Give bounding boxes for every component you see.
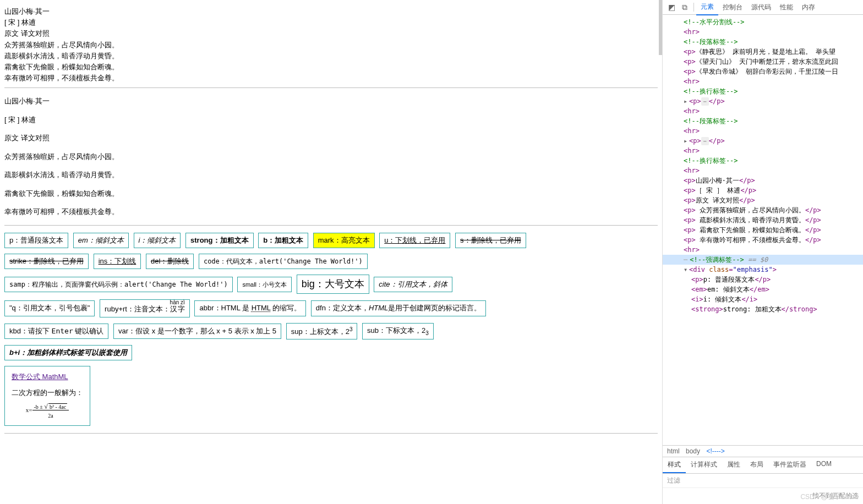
- tag-big: big：大号文本: [297, 275, 369, 294]
- styles-tabs: 样式 计算样式 属性 布局 事件监听器 DOM: [663, 457, 863, 474]
- tag-s: s：删除线，已弃用: [455, 233, 526, 248]
- devtools-toolbar: ◩ ⧉ 元素 控制台 源代码 性能 内存: [663, 0, 863, 15]
- stab-computed[interactable]: 计算样式: [686, 457, 722, 473]
- tag-code: code：代码文本，alert('Change The World!'): [199, 254, 368, 269]
- tag-dfn: dfn：定义文本，HTML是用于创建网页的标记语言。: [311, 300, 486, 316]
- tag-u: u：下划线，已弃用: [379, 233, 450, 248]
- poem-line: 幸有微吟可相狎，不须檀板共金尊。: [4, 73, 658, 83]
- poem-block-2: 山园小梅·其一 [ 宋 ] 林逋 原文 译文对照 众芳摇落独暄妍，占尽风情向小园…: [4, 96, 658, 217]
- poem-title: 山园小梅·其一: [4, 7, 658, 17]
- math-formula: x=-b ± √b² - 4ac2a: [12, 402, 83, 420]
- tag-b: b：加粗文本: [258, 233, 308, 248]
- emphasis-section: p：普通段落文本 em：倾斜文本 i：倾斜文本 strong：加粗文本 b：加粗…: [4, 230, 658, 429]
- crumb-html[interactable]: html: [667, 447, 680, 455]
- tag-p: p：普通段落文本: [4, 233, 68, 248]
- divider: [4, 87, 658, 88]
- crumb-comment[interactable]: <!---->: [706, 447, 724, 455]
- filter-input[interactable]: 过滤: [663, 474, 863, 488]
- divider: [4, 433, 658, 434]
- tab-elements[interactable]: 元素: [696, 0, 718, 15]
- tag-ruby: ruby+rt：注音文本：汉字hàn zì: [100, 299, 190, 317]
- tag-i: i：倾斜文本: [134, 233, 181, 248]
- tag-mark: mark：高亮文本: [313, 233, 375, 248]
- stab-dom[interactable]: DOM: [811, 457, 837, 473]
- tab-memory[interactable]: 内存: [798, 0, 820, 15]
- poem-block-1: 山园小梅·其一 [ 宋 ] 林逋 原文 译文对照 众芳摇落独暄妍，占尽风情向小园…: [4, 7, 658, 83]
- poem-line: 霜禽欲下先偷眼，粉蝶如知合断魂。: [4, 62, 658, 72]
- device-icon[interactable]: ⧉: [678, 3, 691, 12]
- poem-line: 众芳摇落独暄妍，占尽风情向小园。: [4, 151, 658, 162]
- mathml-link[interactable]: 数学公式 MathML: [12, 372, 68, 381]
- tag-strike: strike：删除线，已弃用: [4, 254, 89, 269]
- tag-var: var：假设 x 是一个数字，那么 x + 5 表示 x 加上 5: [113, 324, 281, 339]
- crumb-body[interactable]: body: [686, 447, 700, 455]
- poem-line: 幸有微吟可相狎，不须檀板共金尊。: [4, 206, 658, 217]
- tag-q: "q：引用文本，引号包裹": [4, 300, 95, 316]
- poem-author: [ 宋 ] 林逋: [4, 18, 658, 28]
- tag-small: small：小号文本: [237, 277, 292, 292]
- poem-subtitle: 原文 译文对照: [4, 29, 658, 39]
- math-desc: 二次方程的一般解为：: [12, 388, 83, 397]
- tab-console[interactable]: 控制台: [718, 0, 747, 15]
- tab-sources[interactable]: 源代码: [747, 0, 775, 15]
- tag-bi: b+i：加粗斜体样式标签可以嵌套使用: [4, 345, 132, 360]
- tag-em: em：倾斜文本: [73, 233, 129, 248]
- tag-sup: sup：上标文本，23: [286, 323, 358, 340]
- dom-tree[interactable]: <!--水平分割线--> <hr> <!--段落标签--> <p>《静夜思》 床…: [663, 15, 863, 445]
- devtools-panel: ◩ ⧉ 元素 控制台 源代码 性能 内存 <!--水平分割线--> <hr> <…: [663, 0, 863, 504]
- inspect-icon[interactable]: ◩: [665, 3, 678, 12]
- stab-layout[interactable]: 布局: [745, 457, 768, 473]
- tag-del: del：删除线: [146, 254, 194, 269]
- poem-subtitle: 原文 译文对照: [4, 133, 658, 144]
- poem-title: 山园小梅·其一: [4, 96, 658, 107]
- tag-sub: sub：下标文本，23: [362, 323, 434, 340]
- stab-styles[interactable]: 样式: [663, 457, 686, 473]
- dom-breadcrumb[interactable]: html body <!---->: [663, 445, 863, 457]
- selected-node[interactable]: ⋯<!--强调标签--> == $0: [663, 255, 863, 265]
- tab-performance[interactable]: 性能: [775, 0, 798, 15]
- tag-ins: ins：下划线: [94, 254, 141, 269]
- rendered-page: 山园小梅·其一 [ 宋 ] 林逋 原文 译文对照 众芳摇落独暄妍，占尽风情向小园…: [0, 0, 663, 504]
- scrollbar[interactable]: [659, 0, 662, 55]
- separator: [693, 3, 694, 12]
- divider: [4, 225, 658, 226]
- poem-line: 疏影横斜水清浅，暗香浮动月黄昏。: [4, 51, 658, 61]
- poem-author: [ 宋 ] 林逋: [4, 114, 658, 125]
- stab-props[interactable]: 属性: [722, 457, 745, 473]
- poem-line: 霜禽欲下先偷眼，粉蝶如知合断魂。: [4, 188, 658, 199]
- tag-strong: strong：加粗文本: [185, 233, 253, 248]
- tag-cite: cite：引用文本，斜体: [374, 277, 452, 292]
- tag-mathml: 数学公式 MathML 二次方程的一般解为： x=-b ± √b² - 4ac2…: [4, 366, 90, 425]
- poem-line: 众芳摇落独暄妍，占尽风情向小园。: [4, 40, 658, 50]
- tag-samp: samp：程序输出，页面弹窗代码示例：alert('Change The Wor…: [4, 277, 233, 292]
- stab-events[interactable]: 事件监听器: [768, 457, 811, 473]
- tag-kbd: kbd：请按下 Enter 键以确认: [4, 324, 108, 339]
- poem-line: 疏影横斜水清浅，暗香浮动月黄昏。: [4, 169, 658, 180]
- tag-abbr: abbr：HTML 是 HTML 的缩写。: [194, 300, 306, 316]
- nomatch-text: 找不到匹配的选: [663, 488, 863, 504]
